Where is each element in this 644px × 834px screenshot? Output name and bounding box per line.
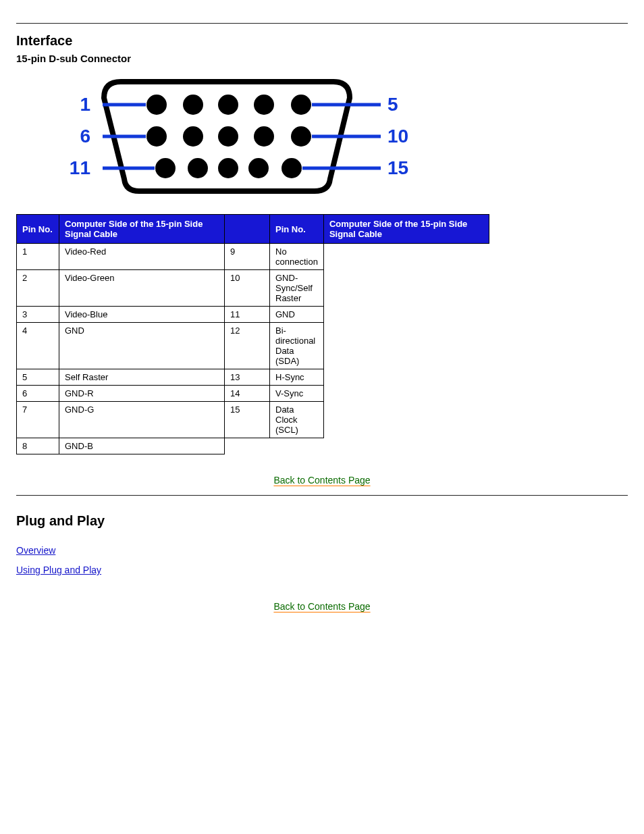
cell-sig: GND-G [59,402,225,438]
svg-point-5 [146,126,167,147]
svg-point-11 [188,158,208,178]
table-row: 8 GND-B [17,438,489,454]
pin-label-10: 10 [387,126,408,147]
svg-point-14 [281,158,302,178]
cell-sig: H-Sync [270,369,324,386]
cell-sig: Self Raster [59,369,225,386]
cell-sig: Data Clock (SCL) [270,402,324,438]
cell-pin: 12 [225,323,270,369]
section-subheading-connector: 15-pin D-sub Connector [16,53,628,64]
table-row: 4 GND 12 Bi-directional Data (SDA) [17,323,489,369]
svg-point-0 [146,95,167,115]
pin-label-6: 6 [80,126,90,147]
back-to-contents-link[interactable]: Back to Contents Page [273,475,370,486]
cell-sig: GND [270,307,324,323]
svg-point-1 [183,95,203,115]
cell-pin: 13 [225,369,270,386]
svg-point-13 [248,158,269,178]
link-using-pnp[interactable]: Using Plug and Play [16,565,101,575]
pin-label-5: 5 [387,94,398,115]
pin-label-11: 11 [70,157,90,178]
svg-point-7 [218,126,238,147]
connector-diagram: 1 6 11 5 10 15 [63,72,628,201]
link-overview[interactable]: Overview [16,545,55,556]
cell-pin: 11 [225,307,270,323]
cell-sig: GND-B [59,438,225,454]
svg-point-8 [254,126,274,147]
cell-pin: 10 [225,270,270,307]
subtopics-list: Overview Using Plug and Play [16,541,628,581]
svg-point-3 [254,95,274,115]
table-divider-column [225,215,270,244]
cell-pin: 15 [225,402,270,438]
pin-label-1: 1 [80,94,90,115]
section-heading-pnp: Plug and Play [16,513,628,529]
pin-label-15: 15 [387,157,408,178]
cell-pin: 5 [17,369,59,386]
table-row: 5 Self Raster 13 H-Sync [17,369,489,386]
cell-sig: Video-Green [59,270,225,307]
cell-sig: Video-Blue [59,307,225,323]
cell-pin: 1 [17,244,59,270]
svg-point-2 [218,95,238,115]
cell-pin: 8 [17,438,59,454]
table-row: 3 Video-Blue 11 GND [17,307,489,323]
pin-assignment-table: Pin No. Computer Side of the 15-pin Side… [16,214,489,454]
table-row: 7 GND-G 15 Data Clock (SCL) [17,402,489,438]
cell-pin: 6 [17,386,59,402]
cell-pin: 3 [17,307,59,323]
svg-point-9 [291,126,311,147]
cell-pin: 2 [17,270,59,307]
cell-sig: Bi-directional Data (SDA) [270,323,324,369]
header-sig-left: Computer Side of the 15-pin Side Signal … [59,215,225,244]
cell-pin: 4 [17,323,59,369]
header-sig-right: Computer Side of the 15-pin Side Signal … [323,215,489,244]
svg-point-10 [155,158,176,178]
cell-sig: Video-Red [59,244,225,270]
header-pin-right: Pin No. [270,215,324,244]
cell-sig: GND-Sync/Self Raster [270,270,324,307]
cell-sig: V-Sync [270,386,324,402]
cell-pin: 14 [225,386,270,402]
header-pin-left: Pin No. [17,215,59,244]
table-row: 2 Video-Green 10 GND-Sync/Self Raster [17,270,489,307]
cell-pin: 9 [225,244,270,270]
divider-mid [16,495,628,496]
cell-pin: 7 [17,402,59,438]
svg-point-4 [291,95,311,115]
cell-sig: GND [59,323,225,369]
section-heading-interface: Interface [16,33,628,49]
back-to-contents-link-2[interactable]: Back to Contents Page [273,601,370,612]
cell-sig: No connection [270,244,324,270]
divider-top [16,23,628,24]
cell-sig: GND-R [59,386,225,402]
svg-point-12 [218,158,238,178]
svg-point-6 [183,126,203,147]
table-row: 6 GND-R 14 V-Sync [17,386,489,402]
table-row: 1 Video-Red 9 No connection [17,244,489,270]
